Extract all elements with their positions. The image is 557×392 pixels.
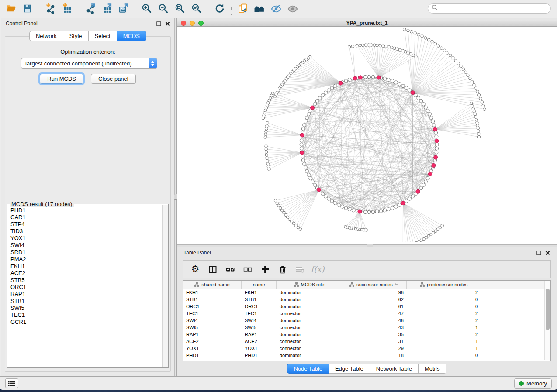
network-node[interactable] xyxy=(417,96,420,100)
network-node[interactable] xyxy=(334,201,337,205)
mcds-node-item[interactable]: SRD1 xyxy=(10,249,162,256)
network-node[interactable] xyxy=(381,45,384,48)
mcds-node-item[interactable]: PHD1 xyxy=(10,207,162,214)
network-node[interactable] xyxy=(477,133,481,136)
table-row[interactable]: SWI4SWI4dominator462 xyxy=(183,317,550,324)
zoom-selected-button[interactable] xyxy=(188,2,205,16)
mcds-node[interactable] xyxy=(428,172,432,176)
network-node[interactable] xyxy=(321,192,325,196)
network-node[interactable] xyxy=(408,197,412,200)
network-node[interactable] xyxy=(414,93,417,97)
network-node[interactable] xyxy=(419,99,423,103)
mcds-node[interactable] xyxy=(358,210,362,213)
network-node[interactable] xyxy=(265,127,268,130)
mcds-node[interactable] xyxy=(317,188,321,192)
network-node[interactable] xyxy=(417,33,420,36)
network-node[interactable] xyxy=(414,32,417,35)
network-node[interactable] xyxy=(440,47,443,50)
network-node[interactable] xyxy=(301,155,304,158)
network-node[interactable] xyxy=(398,48,401,52)
network-node[interactable] xyxy=(363,75,367,79)
network-node[interactable] xyxy=(424,37,427,40)
network-node[interactable] xyxy=(474,87,477,90)
network-node[interactable] xyxy=(309,177,312,180)
network-node[interactable] xyxy=(421,35,424,38)
mcds-result-scrollbar[interactable] xyxy=(162,205,168,367)
minimize-window-icon[interactable] xyxy=(190,21,195,26)
network-node[interactable] xyxy=(352,209,355,212)
mcds-node-item[interactable]: ACE2 xyxy=(10,270,162,277)
network-node[interactable] xyxy=(305,169,309,173)
network-node[interactable] xyxy=(467,74,470,77)
column-header-MCDS-role[interactable]: MCDS role xyxy=(277,281,342,289)
mcds-node[interactable] xyxy=(311,106,315,110)
network-node[interactable] xyxy=(424,106,428,109)
network-node[interactable] xyxy=(422,183,425,187)
network-node[interactable] xyxy=(348,78,352,82)
memory-button[interactable]: Memory xyxy=(514,378,552,389)
network-node[interactable] xyxy=(407,29,410,32)
network-node[interactable] xyxy=(387,207,390,211)
network-node[interactable] xyxy=(401,49,404,52)
network-node[interactable] xyxy=(411,195,415,198)
network-node[interactable] xyxy=(426,177,429,180)
mcds-node-item[interactable]: STB1 xyxy=(10,298,162,305)
tab-mcds[interactable]: MCDS xyxy=(117,31,146,41)
network-node[interactable] xyxy=(422,102,425,106)
network-node[interactable] xyxy=(330,199,334,203)
mcds-node-item[interactable]: SWI5 xyxy=(10,305,162,312)
network-node[interactable] xyxy=(318,96,322,100)
network-node[interactable] xyxy=(387,78,390,82)
network-node[interactable] xyxy=(301,158,305,162)
network-node[interactable] xyxy=(452,56,455,59)
network-node[interactable] xyxy=(303,124,306,127)
network-node[interactable] xyxy=(266,124,269,127)
network-node[interactable] xyxy=(468,77,471,80)
mcds-node[interactable] xyxy=(434,155,438,159)
network-node[interactable] xyxy=(401,84,405,88)
network-node[interactable] xyxy=(265,154,268,157)
network-node[interactable] xyxy=(307,112,310,116)
table-settings-button[interactable]: ⚙ xyxy=(187,262,203,276)
mcds-node-item[interactable]: TEC1 xyxy=(10,312,162,319)
network-node[interactable] xyxy=(454,59,457,62)
table-row[interactable]: YOX1YOX1connector291 xyxy=(183,345,550,352)
network-node[interactable] xyxy=(307,173,310,177)
mcds-node-item[interactable]: FKH1 xyxy=(10,263,162,270)
mcds-node-item[interactable]: SWI4 xyxy=(10,242,162,249)
network-node[interactable] xyxy=(327,89,330,92)
network-node[interactable] xyxy=(383,209,387,212)
network-node[interactable] xyxy=(471,104,474,107)
network-node[interactable] xyxy=(351,45,354,48)
network-node[interactable] xyxy=(410,30,413,33)
network-node[interactable] xyxy=(434,131,438,134)
network-node[interactable] xyxy=(432,124,436,127)
network-node[interactable] xyxy=(479,97,482,100)
network-node[interactable] xyxy=(457,62,460,65)
network-node[interactable] xyxy=(311,180,314,183)
network-node[interactable] xyxy=(387,45,391,48)
network-node[interactable] xyxy=(428,112,432,116)
network-node[interactable] xyxy=(435,147,439,150)
mcds-node[interactable] xyxy=(353,76,357,80)
table-row[interactable]: ACE2ACE2connector311 xyxy=(183,338,550,345)
network-node[interactable] xyxy=(364,44,367,47)
network-node[interactable] xyxy=(390,46,393,49)
optimization-criterion-select[interactable]: largest connected component (undirected) xyxy=(21,58,157,69)
network-node[interactable] xyxy=(367,75,371,79)
network-node[interactable] xyxy=(361,44,364,47)
table-row[interactable]: RAP1RAP1dominator352 xyxy=(183,331,550,338)
network-node[interactable] xyxy=(304,166,307,169)
show-all-button[interactable] xyxy=(284,2,301,16)
network-node[interactable] xyxy=(407,52,410,55)
network-node[interactable] xyxy=(398,82,401,86)
network-node[interactable] xyxy=(470,102,473,105)
network-node[interactable] xyxy=(405,199,408,203)
delete-column-button[interactable] xyxy=(275,262,291,276)
network-node[interactable] xyxy=(437,45,440,48)
network-node[interactable] xyxy=(344,206,348,210)
network-node[interactable] xyxy=(396,48,399,51)
column-header-successor-nodes[interactable]: successor nodes xyxy=(342,281,407,289)
mcds-node-item[interactable]: PMA2 xyxy=(10,256,162,263)
search-input[interactable] xyxy=(438,6,547,12)
